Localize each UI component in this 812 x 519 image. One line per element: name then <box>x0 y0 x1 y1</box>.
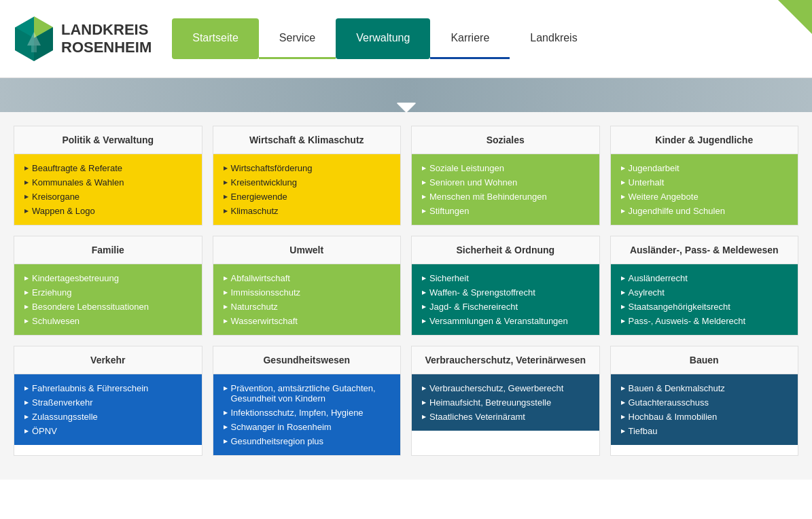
card-body-kinder: Jugendarbeit Unterhalt Weitere Angebote … <box>611 154 798 225</box>
card-body-bauen: Bauen & Denkmalschutz Gutachterausschuss… <box>611 374 798 445</box>
list-item[interactable]: Erziehung <box>24 285 192 300</box>
card-list-sicherheit: Sicherheit Waffen- & Sprengstoffrecht Ja… <box>422 271 589 328</box>
list-item[interactable]: Zulassungsstelle <box>24 410 192 424</box>
card-list-umwelt: Abfallwirtschaft Immissionsschutz Naturs… <box>224 271 391 328</box>
card-list-familie: Kindertagesbetreuung Erziehung Besondere… <box>24 271 192 328</box>
card-list-auslaender: Ausländerrecht Asylrecht Staatsangehörig… <box>621 271 788 328</box>
card-body-verbraucherschutz: Verbraucherschutz, Gewerberecht Heimaufs… <box>412 374 599 431</box>
list-item[interactable]: Sicherheit <box>422 271 589 285</box>
card-header-gesundheit: Gesundheitswesen <box>213 346 401 374</box>
list-item[interactable]: Stiftungen <box>422 204 589 218</box>
list-item[interactable]: ÖPNV <box>24 424 192 438</box>
list-item[interactable]: Staatliches Veterinäramt <box>422 410 589 424</box>
main-nav: Startseite Service Verwaltung Karriere L… <box>172 18 798 59</box>
card-body-familie: Kindertagesbetreuung Erziehung Besondere… <box>14 264 202 335</box>
list-item[interactable]: Fahrerlaubnis & Führerschein <box>24 381 192 395</box>
card-verbraucherschutz: Verbraucherschutz, Veterinärwesen Verbra… <box>411 346 600 456</box>
card-body-soziales: Soziale Leistungen Senioren und Wohnen M… <box>412 154 599 225</box>
card-kinder: Kinder & Jugendliche Jugendarbeit Unterh… <box>610 126 799 226</box>
list-item[interactable]: Unterhalt <box>621 175 788 190</box>
card-umwelt: Umwelt Abfallwirtschaft Immissionsschutz… <box>213 236 402 336</box>
list-item[interactable]: Jagd- & Fischereirecht <box>422 300 589 314</box>
list-item[interactable]: Wappen & Logo <box>24 204 192 218</box>
list-item[interactable]: Pass-, Ausweis- & Melderecht <box>621 314 788 328</box>
list-item[interactable]: Abfallwirtschaft <box>224 271 391 285</box>
card-gesundheit: Gesundheitswesen Prävention, amtsärztlic… <box>213 346 402 456</box>
list-item[interactable]: Weitere Angebote <box>621 190 788 204</box>
list-item[interactable]: Kommunales & Wahlen <box>24 175 192 190</box>
nav-landkreis[interactable]: Landkreis <box>510 18 597 59</box>
card-body-wirtschaft: Wirtschaftsförderung Kreisentwicklung En… <box>213 154 401 225</box>
list-item[interactable]: Soziale Leistungen <box>422 161 589 175</box>
logo-icon <box>14 15 54 62</box>
list-item[interactable]: Ausländerrecht <box>621 271 788 285</box>
card-header-wirtschaft: Wirtschaft & Klimaschutz <box>213 126 401 154</box>
list-item[interactable]: Waffen- & Sprengstoffrecht <box>422 285 589 300</box>
card-header-politik: Politik & Verwaltung <box>14 126 202 154</box>
card-list-wirtschaft: Wirtschaftsförderung Kreisentwicklung En… <box>224 161 391 218</box>
card-familie: Familie Kindertagesbetreuung Erziehung B… <box>14 236 202 336</box>
main-content: Politik & Verwaltung Beauftragte & Refer… <box>0 112 812 480</box>
list-item[interactable]: Jugendarbeit <box>621 161 788 175</box>
list-item[interactable]: Kreisorgane <box>24 190 192 204</box>
list-item[interactable]: Beauftragte & Referate <box>24 161 192 175</box>
card-list-politik: Beauftragte & Referate Kommunales & Wahl… <box>24 161 192 218</box>
nav-verwaltung[interactable]: Verwaltung <box>336 18 430 59</box>
list-item[interactable]: Gesundheitsregion plus <box>224 434 391 448</box>
list-item[interactable]: Verbraucherschutz, Gewerberecht <box>422 381 589 395</box>
list-item[interactable]: Kreisentwicklung <box>224 175 391 190</box>
list-item[interactable]: Wasserwirtschaft <box>224 314 391 328</box>
card-body-auslaender: Ausländerrecht Asylrecht Staatsangehörig… <box>611 264 798 335</box>
card-list-verbraucherschutz: Verbraucherschutz, Gewerberecht Heimaufs… <box>422 381 589 424</box>
card-list-gesundheit: Prävention, amtsärztliche Gutachten, Ges… <box>224 381 391 448</box>
nav-service[interactable]: Service <box>259 18 336 59</box>
list-item[interactable]: Prävention, amtsärztliche Gutachten, Ges… <box>224 381 391 406</box>
list-item[interactable]: Immissionsschutz <box>224 285 391 300</box>
list-item[interactable]: Schwanger in Rosenheim <box>224 420 391 434</box>
card-verkehr: Verkehr Fahrerlaubnis & Führerschein Str… <box>14 346 202 456</box>
card-header-verkehr: Verkehr <box>14 346 202 374</box>
list-item[interactable]: Jugendhilfe und Schulen <box>621 204 788 218</box>
list-item[interactable]: Heimaufsicht, Betreuungsstelle <box>422 395 589 410</box>
list-item[interactable]: Naturschutz <box>224 300 391 314</box>
card-bauen: Bauen Bauen & Denkmalschutz Gutachteraus… <box>610 346 799 456</box>
list-item[interactable]: Kindertagesbetreuung <box>24 271 192 285</box>
card-header-soziales: Soziales <box>412 126 599 154</box>
card-list-verkehr: Fahrerlaubnis & Führerschein Straßenverk… <box>24 381 192 438</box>
card-header-kinder: Kinder & Jugendliche <box>611 126 798 154</box>
card-header-auslaender: Ausländer-, Pass- & Meldewesen <box>611 236 798 264</box>
dropdown-arrow <box>397 103 416 112</box>
nav-startseite[interactable]: Startseite <box>172 18 259 59</box>
list-item[interactable]: Asylrecht <box>621 285 788 300</box>
logo-line2: ROSENHEIM <box>61 39 152 56</box>
list-item[interactable]: Hochbau & Immobilien <box>621 410 788 424</box>
list-item[interactable]: Bauen & Denkmalschutz <box>621 381 788 395</box>
nav-karriere[interactable]: Karriere <box>430 18 510 59</box>
card-header-familie: Familie <box>14 236 202 264</box>
card-politik: Politik & Verwaltung Beauftragte & Refer… <box>14 126 202 226</box>
list-item[interactable]: Wirtschaftsförderung <box>224 161 391 175</box>
list-item[interactable]: Energiewende <box>224 190 391 204</box>
card-list-bauen: Bauen & Denkmalschutz Gutachterausschuss… <box>621 381 788 438</box>
logo-text: LANDKREIS ROSENHEIM <box>61 21 152 57</box>
list-item[interactable]: Gutachterausschuss <box>621 395 788 410</box>
card-auslaender: Ausländer-, Pass- & Meldewesen Ausländer… <box>610 236 799 336</box>
card-header-sicherheit: Sicherheit & Ordnung <box>412 236 599 264</box>
list-item[interactable]: Menschen mit Behinderungen <box>422 190 589 204</box>
list-item[interactable]: Versammlungen & Veranstaltungen <box>422 314 589 328</box>
list-item[interactable]: Tiefbau <box>621 424 788 438</box>
list-item[interactable]: Klimaschutz <box>224 204 391 218</box>
card-body-sicherheit: Sicherheit Waffen- & Sprengstoffrecht Ja… <box>412 264 599 335</box>
logo-line1: LANDKREIS <box>61 21 152 39</box>
list-item[interactable]: Besondere Lebenssituationen <box>24 300 192 314</box>
card-body-verkehr: Fahrerlaubnis & Führerschein Straßenverk… <box>14 374 202 445</box>
list-item[interactable]: Senioren und Wohnen <box>422 175 589 190</box>
card-header-bauen: Bauen <box>611 346 798 374</box>
card-sicherheit: Sicherheit & Ordnung Sicherheit Waffen- … <box>411 236 600 336</box>
card-list-kinder: Jugendarbeit Unterhalt Weitere Angebote … <box>621 161 788 218</box>
list-item[interactable]: Schulwesen <box>24 314 192 328</box>
card-soziales: Soziales Soziale Leistungen Senioren und… <box>411 126 600 226</box>
list-item[interactable]: Staatsangehörigkeitsrecht <box>621 300 788 314</box>
list-item[interactable]: Infektionsschutz, Impfen, Hygiene <box>224 406 391 420</box>
list-item[interactable]: Straßenverkehr <box>24 395 192 410</box>
